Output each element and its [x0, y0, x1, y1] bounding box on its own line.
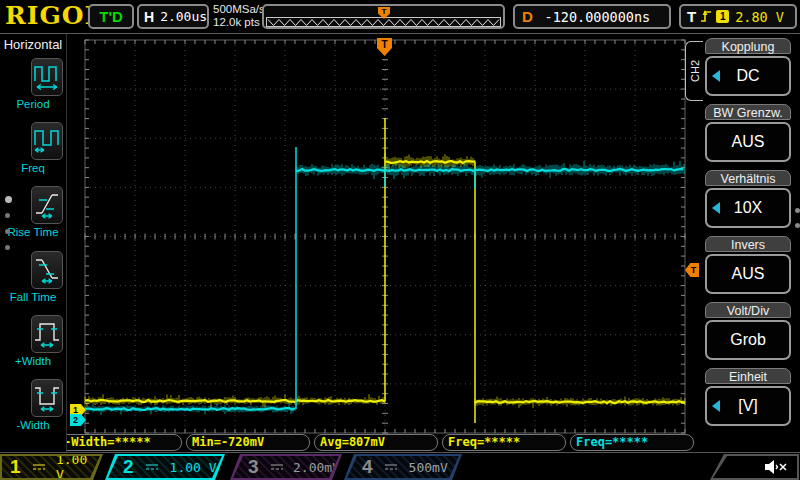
fall-time-icon: [31, 251, 63, 289]
channel-tab-label: CH2: [689, 60, 701, 82]
chevron-left-icon: [712, 202, 720, 214]
page-dot-current: [5, 196, 12, 203]
measure-menu-sidebar: Horizontal Period Freq: [0, 33, 67, 452]
memory-depth: 12.0k pts: [213, 16, 265, 29]
channel-1-slot[interactable]: 1 1.00 V: [0, 454, 103, 480]
menu-item-probe-ratio[interactable]: Verhältnis 10X: [705, 170, 791, 228]
softkey-value: AUS: [732, 133, 765, 151]
menu-item-label: Freq: [0, 162, 66, 174]
oscilloscope-screen: RIGOL T'D H 2.00us 500MSa/s 12.0k pts T …: [0, 0, 800, 480]
trigger-level-value: 2.80 V: [735, 9, 784, 25]
measurement-freq-ch1: Freq=*****: [442, 434, 566, 451]
channel-number: 3: [248, 456, 259, 478]
waveform-preview[interactable]: T: [262, 4, 505, 29]
plus-width-icon: [31, 315, 63, 353]
trigger-status-badge: T'D: [88, 4, 134, 29]
channel-number: 2: [123, 456, 134, 478]
chevron-left-icon: [712, 400, 720, 412]
softkey-label: Verhältnis: [705, 170, 791, 186]
page-dot: [5, 229, 10, 234]
measurement-min: Min=-720mV: [186, 434, 310, 451]
channel-scale: 500mV: [409, 460, 448, 475]
softkey-label: Invers: [705, 236, 791, 252]
channel-number: 4: [362, 456, 373, 478]
menu-item-coupling[interactable]: Kopplung DC: [705, 38, 791, 96]
softkey-value: Grob: [730, 331, 766, 349]
menu-item-fall-time[interactable]: Fall Time: [0, 249, 66, 313]
acquisition-info: 500MSa/s 12.0k pts: [213, 3, 265, 29]
speaker-muted-icon: [763, 458, 789, 476]
menu-item-minus-width[interactable]: -Width: [0, 377, 66, 441]
menu-item-volt-div[interactable]: Volt/Div Grob: [705, 302, 791, 360]
softkey-value: [V]: [738, 397, 758, 415]
h-label: H: [144, 9, 154, 25]
menu-item-label: -Width: [0, 419, 66, 431]
dc-coupling-icon: [269, 461, 283, 473]
trigger-label: T: [687, 8, 696, 25]
rising-edge-icon: [700, 9, 712, 24]
status-bar: RIGOL T'D H 2.00us 500MSa/s 12.0k pts T …: [0, 0, 800, 34]
measurement-width: -Width=*****: [58, 434, 182, 451]
channel-2-slot[interactable]: 2 1.00 V: [105, 454, 225, 480]
measure-menu-title: Horizontal: [0, 37, 66, 52]
scroll-dot: [795, 223, 800, 228]
channel-number: 1: [10, 456, 21, 478]
menu-item-unit[interactable]: Einheit [V]: [705, 368, 791, 426]
freq-icon: [31, 122, 63, 160]
chevron-left-icon: [712, 70, 720, 82]
softkey-label: Einheit: [705, 368, 791, 384]
measurement-avg: Avg=807mV: [314, 434, 438, 451]
channel-status-bar: 1 1.00 V 2 1.00 V 3: [0, 452, 800, 480]
channel-menu-tab: CH2: [685, 41, 703, 101]
menu-item-plus-width[interactable]: +Width: [0, 313, 66, 377]
trigger-source-badge: 1: [716, 10, 729, 23]
trigger-status-text: T'D: [99, 8, 123, 25]
delay-label: D: [522, 8, 533, 25]
menu-item-label: +Width: [0, 355, 66, 367]
delay-value: -120.000000ns: [545, 9, 651, 25]
softkey-value: AUS: [732, 265, 765, 283]
channel-scale: 1.00 V: [170, 460, 217, 475]
page-dot: [5, 213, 10, 218]
channel-3-slot[interactable]: 3 2.00mV: [230, 454, 342, 480]
horizontal-timebase-box[interactable]: H 2.00us: [137, 4, 209, 29]
sound-slot[interactable]: [710, 454, 799, 480]
measurement-freq-ch2: Freq=*****: [570, 434, 694, 451]
dc-coupling-icon: [144, 461, 160, 473]
timebase-value: 2.00us: [160, 9, 207, 24]
menu-item-freq[interactable]: Freq: [0, 120, 66, 184]
menu-item-period[interactable]: Period: [0, 56, 66, 120]
menu-item-label: Fall Time: [0, 291, 66, 303]
channel-menu-sidebar: CH2 Kopplung DC BW Grenzw. AUS Verhältni…: [703, 33, 800, 452]
softkey-label: Kopplung: [705, 38, 791, 54]
softkey-label: Volt/Div: [705, 302, 791, 318]
softkey-label: BW Grenzw.: [705, 104, 791, 120]
trigger-info-box[interactable]: T 1 2.80 V: [679, 4, 797, 29]
waveform-display: [0, 0, 800, 480]
menu-item-label: Period: [0, 98, 66, 110]
rise-time-icon: [31, 186, 63, 224]
sample-rate: 500MSa/s: [213, 3, 265, 16]
period-icon: [31, 58, 63, 96]
page-dot: [5, 245, 10, 250]
menu-item-bw-limit[interactable]: BW Grenzw. AUS: [705, 104, 791, 162]
scroll-dot: [795, 208, 800, 213]
minus-width-icon: [31, 379, 63, 417]
softkey-value: 10X: [734, 199, 762, 217]
channel-4-slot[interactable]: 4 500mV: [344, 454, 462, 480]
softkey-value: DC: [736, 67, 759, 85]
delay-box[interactable]: D -120.000000ns: [513, 4, 671, 29]
dc-coupling-icon: [383, 461, 399, 473]
menu-item-invert[interactable]: Invers AUS: [705, 236, 791, 294]
dc-coupling-icon: [31, 461, 46, 473]
